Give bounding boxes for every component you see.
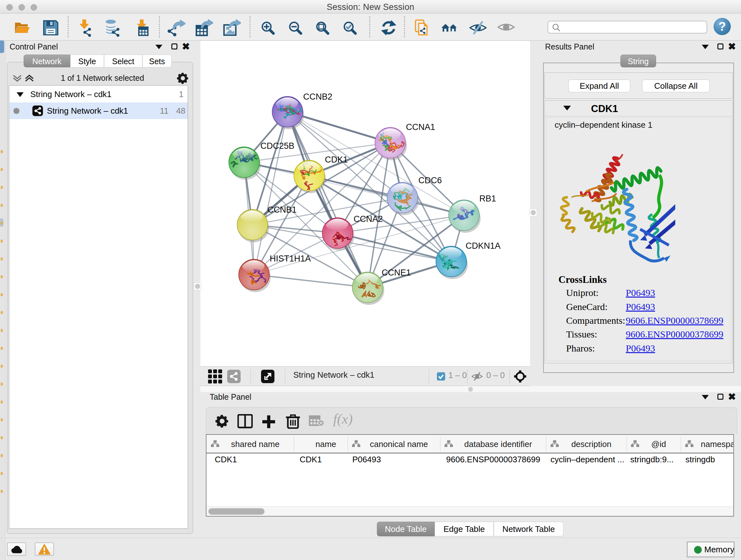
- svg-text:CCNB2: CCNB2: [303, 92, 333, 102]
- svg-text:HIST1H1A: HIST1H1A: [270, 254, 311, 263]
- svg-text:CDC6: CDC6: [418, 176, 442, 185]
- svg-text:CCNA2: CCNA2: [354, 214, 383, 224]
- svg-text:CCNA1: CCNA1: [406, 122, 435, 132]
- svg-text:CDC25B: CDC25B: [260, 141, 294, 151]
- svg-text:CCNB1: CCNB1: [267, 205, 297, 214]
- svg-text:CDKN1A: CDKN1A: [466, 241, 501, 251]
- svg-text:CDK1: CDK1: [325, 155, 348, 165]
- svg-text:CCNE1: CCNE1: [382, 268, 411, 277]
- svg-text:RB1: RB1: [479, 194, 496, 203]
